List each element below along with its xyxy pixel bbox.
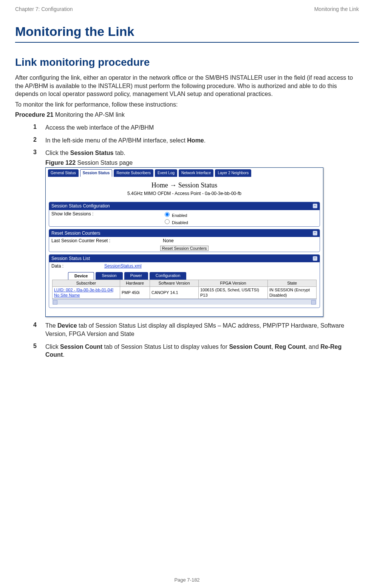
inner-tab-power[interactable]: Power	[124, 272, 148, 280]
collapse-icon[interactable]: −	[313, 231, 317, 235]
idle-sessions-label: Show Idle Sessions :	[51, 211, 163, 226]
col-fpga: FPGA Version	[199, 280, 268, 286]
session-count-tab-name: Session Count	[60, 344, 102, 350]
intro-paragraph-2: To monitor the link for performance, fol…	[15, 101, 359, 109]
horizontal-scrollbar[interactable]	[52, 299, 317, 305]
collapse-icon[interactable]: −	[313, 204, 317, 208]
step-text: Click Session Count tab of Session Statu…	[45, 340, 359, 361]
inner-tab-configuration[interactable]: Configuration	[150, 272, 186, 280]
radio-enabled-input[interactable]	[165, 212, 170, 217]
cell-state: IN SESSION (Encrypt Disabled)	[268, 286, 317, 299]
cell-fpga: 100615 (DES, Sched, US/ETSI) P13	[199, 286, 268, 299]
step-2: 2 In the left-side menu of the AP/BHM in…	[33, 134, 359, 147]
page-header: Chapter 7: Configuration Monitoring the …	[15, 4, 359, 21]
radio-disabled[interactable]: Disabled	[163, 218, 317, 226]
cell-software: CANOPY 14.1	[150, 286, 199, 299]
section-title: Link monitoring procedure	[15, 56, 359, 68]
figure-title: Session Status page	[76, 159, 133, 166]
tab-event-log[interactable]: Event Log	[155, 169, 177, 177]
procedure-line: Procedure 21 Monitoring the AP-SM link	[15, 111, 359, 119]
tab-session-status-name: Session Status	[70, 150, 114, 156]
step-3: 3 Click the Session Status tab. Figure 1…	[33, 147, 359, 319]
tab-remote-subscribers[interactable]: Remote Subscribers	[114, 169, 153, 177]
step-text: Click the Session Status tab. Figure 122…	[45, 147, 359, 319]
col-hardware: Hardware	[120, 280, 150, 286]
col-subscriber: Subscriber	[53, 280, 120, 286]
table-row: LUID: 002 - [0a-00-3e-bb-01-04] No Site …	[53, 286, 317, 299]
cell-hardware: PMP 450i	[120, 286, 150, 299]
inner-tab-device[interactable]: Device	[68, 272, 94, 280]
step-number: 3	[33, 147, 45, 319]
step-number: 4	[33, 319, 45, 340]
inner-tab-session[interactable]: Session	[96, 272, 122, 280]
breadcrumb: Home → Session Status	[46, 177, 323, 190]
session-list-inner-tabs: Device Session Power Configuration	[49, 270, 320, 280]
col-state: State	[268, 280, 317, 286]
figure-label: Figure 122	[45, 159, 76, 166]
step-text: The Device tab of Session Status List di…	[45, 319, 359, 340]
last-reset-value: None	[163, 238, 317, 244]
header-right: Monitoring the Link	[314, 6, 359, 12]
table-header-row: Subscriber Hardware Software Version FPG…	[53, 280, 317, 286]
procedure-label: Procedure 21	[15, 111, 53, 118]
tab-session-status[interactable]: Session Status	[80, 169, 113, 177]
intro-paragraph-1: After configuring the link, either an op…	[15, 74, 359, 98]
tab-layer2-neighbors[interactable]: Layer 2 Neighbors	[215, 169, 251, 177]
step-text: In the left-side menu of the AP/BHM inte…	[45, 134, 359, 147]
device-subinfo: 5.4GHz MIMO OFDM - Access Point - 0a-00-…	[46, 190, 323, 200]
session-table: Subscriber Hardware Software Version FPG…	[52, 280, 317, 299]
menu-home: Home	[187, 137, 204, 144]
panel-title: Reset Session Counters	[51, 230, 100, 236]
embedded-screenshot: General Status Session Status Remote Sub…	[45, 167, 323, 317]
step-number: 2	[33, 134, 45, 147]
step-4: 4 The Device tab of Session Status List …	[33, 319, 359, 340]
col-software: Software Version	[150, 280, 199, 286]
subscriber-site-link[interactable]: No Site Name	[54, 293, 80, 297]
session-status-xml-link[interactable]: SessionStatus.xml	[104, 263, 317, 269]
reset-session-counters-button[interactable]: Reset Session Counters	[160, 246, 209, 251]
page-title: Monitoring the Link	[15, 24, 359, 43]
last-reset-label: Last Session Counter Reset :	[51, 238, 163, 244]
tab-general-status[interactable]: General Status	[48, 169, 79, 177]
panel-reset-counters: Reset Session Counters − Last Session Co…	[49, 229, 320, 252]
step-text: Access the web interface of the AP/BHM	[45, 121, 359, 134]
step-5: 5 Click Session Count tab of Session Sta…	[33, 340, 359, 361]
reg-count-name: Reg Count	[275, 344, 305, 350]
panel-title: Session Status List	[51, 255, 90, 262]
header-chapter: Chapter 7: Configuration	[15, 6, 73, 12]
page-tabbar: General Status Session Status Remote Sub…	[46, 168, 323, 177]
panel-session-config: Session Status Configuration − Show Idle…	[49, 202, 320, 227]
radio-disabled-input[interactable]	[165, 219, 170, 224]
panel-session-list: Session Status List − Data : SessionStat…	[49, 254, 320, 308]
step-number: 5	[33, 340, 45, 361]
device-tab-name: Device	[57, 322, 77, 329]
subscriber-luid-link[interactable]: LUID: 002 - [0a-00-3e-bb-01-04]	[54, 288, 113, 292]
procedure-steps: 1 Access the web interface of the AP/BHM…	[33, 121, 359, 361]
page-number: Page 7-182	[0, 577, 374, 583]
session-count-value-name: Session Count	[229, 344, 271, 350]
data-label: Data :	[51, 263, 104, 269]
step-number: 1	[33, 121, 45, 134]
panel-title: Session Status Configuration	[51, 203, 110, 209]
procedure-text: Monitoring the AP-SM link	[53, 111, 125, 118]
step-1: 1 Access the web interface of the AP/BHM	[33, 121, 359, 134]
collapse-icon[interactable]: −	[313, 256, 317, 261]
tab-network-interface[interactable]: Network Interface	[179, 169, 213, 177]
radio-enabled[interactable]: Enabled	[163, 211, 317, 218]
